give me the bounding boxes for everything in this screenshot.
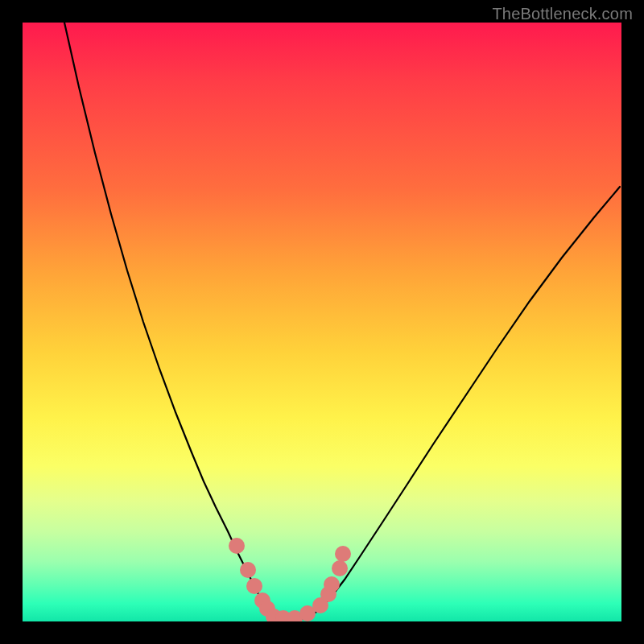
bottleneck-curve (64, 23, 620, 620)
highlight-dot (332, 560, 348, 576)
watermark-text: TheBottleneck.com (492, 5, 633, 23)
highlight-dot (246, 578, 262, 594)
highlight-dot (335, 546, 351, 562)
highlight-dots (229, 538, 351, 621)
highlight-dot (324, 576, 340, 592)
highlight-dot (229, 538, 245, 554)
highlight-dot (240, 562, 256, 578)
plot-overlay (23, 23, 621, 621)
chart-frame: TheBottleneck.com (0, 0, 644, 644)
